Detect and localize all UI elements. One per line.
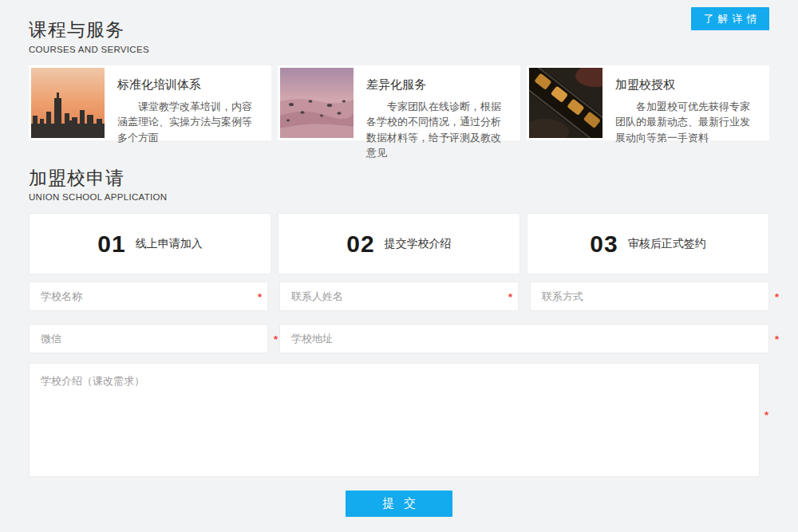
- step-3: 03 审核后正式签约: [527, 213, 769, 274]
- services-subtitle: COURSES AND SERVICES: [29, 45, 769, 54]
- school-address-input[interactable]: [279, 324, 769, 353]
- service-card-title: 差异化服务: [366, 77, 508, 93]
- step-2: 02 提交学校介绍: [278, 213, 520, 274]
- school-intro-textarea[interactable]: [29, 363, 760, 477]
- school-intro-field-wrap: *: [29, 363, 769, 477]
- application-title: 加盟校申请: [29, 167, 769, 190]
- learn-more-button[interactable]: 了解详情: [691, 7, 769, 30]
- service-card-text: 差异化服务 专家团队在线诊断，根据各学校的不同情况，通过分析数据材料等，给予评测…: [354, 68, 518, 138]
- services-title: 课程与服务: [29, 19, 769, 41]
- application-steps: 01 线上申请加入 02 提交学校介绍 03 审核后正式签约: [29, 213, 769, 274]
- school-name-field-wrap: *: [29, 282, 268, 311]
- submit-button[interactable]: 提 交: [346, 491, 452, 517]
- service-card-desc: 课堂教学改革培训，内容涵盖理论、实操方法与案例等多个方面: [117, 99, 259, 146]
- contact-method-field-wrap: *: [530, 282, 769, 311]
- film-strip-photo: [529, 68, 602, 138]
- page: 课程与服务 COURSES AND SERVICES 了解详情: [0, 0, 798, 532]
- step-label: 提交学校介绍: [385, 237, 452, 251]
- step-label: 审核后正式签约: [628, 237, 706, 251]
- application-form: * * * * * * 提 交: [29, 282, 769, 532]
- required-asterisk: *: [775, 333, 779, 344]
- school-name-input[interactable]: [29, 282, 268, 311]
- wechat-field-wrap: *: [29, 324, 268, 353]
- service-card-training: 标准化培训体系 课堂教学改革培训，内容涵盖理论、实操方法与案例等多个方面: [29, 65, 271, 140]
- application-header: 加盟校申请 UNION SCHOOL APPLICATION: [29, 140, 769, 203]
- step-number: 01: [97, 231, 125, 258]
- service-card-text: 加盟校授权 各加盟校可优先获得专家团队的最新动态、最新行业发展动向等第一手资料: [602, 68, 767, 138]
- service-card-text: 标准化培训体系 课堂教学改革培训，内容涵盖理论、实操方法与案例等多个方面: [105, 68, 269, 138]
- step-number: 02: [346, 231, 374, 258]
- step-number: 03: [590, 231, 618, 258]
- step-1: 01 线上申请加入: [29, 213, 271, 274]
- wechat-input[interactable]: [29, 324, 268, 353]
- required-asterisk: *: [508, 291, 512, 301]
- services-header: 课程与服务 COURSES AND SERVICES 了解详情: [29, 0, 769, 54]
- service-card-differentiated: 差异化服务 专家团队在线诊断，根据各学校的不同情况，通过分析数据材料等，给予评测…: [278, 65, 520, 140]
- form-row-1: * * *: [29, 282, 769, 311]
- required-asterisk: *: [274, 333, 278, 344]
- service-card-title: 加盟校授权: [615, 77, 757, 93]
- contact-name-input[interactable]: [279, 282, 519, 311]
- required-asterisk: *: [764, 409, 768, 420]
- form-row-2: * *: [29, 324, 769, 353]
- desert-dusk-photo: [280, 68, 354, 138]
- city-skyline-sunset-photo: [31, 68, 105, 138]
- required-asterisk: *: [775, 291, 779, 301]
- service-card-title: 标准化培训体系: [117, 77, 259, 93]
- step-label: 线上申请加入: [136, 237, 203, 251]
- submit-row: 提 交: [29, 491, 769, 532]
- service-cards: 标准化培训体系 课堂教学改革培训，内容涵盖理论、实操方法与案例等多个方面: [29, 65, 769, 140]
- application-subtitle: UNION SCHOOL APPLICATION: [29, 192, 769, 202]
- school-address-field-wrap: *: [279, 324, 769, 353]
- contact-method-input[interactable]: [530, 282, 769, 311]
- required-asterisk: *: [258, 291, 262, 301]
- service-card-authorization: 加盟校授权 各加盟校可优先获得专家团队的最新动态、最新行业发展动向等第一手资料: [527, 65, 769, 140]
- contact-name-field-wrap: *: [279, 282, 519, 311]
- service-card-desc: 各加盟校可优先获得专家团队的最新动态、最新行业发展动向等第一手资料: [615, 99, 757, 146]
